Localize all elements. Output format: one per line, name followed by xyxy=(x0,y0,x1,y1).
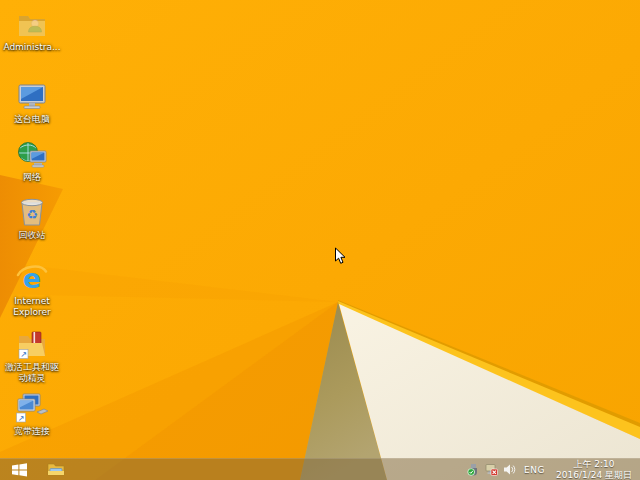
file-explorer-icon xyxy=(47,462,65,477)
desktop-icon-label: 回收站 xyxy=(19,230,46,241)
network-globe-icon xyxy=(16,136,48,170)
desktop-icon-label: 网络 xyxy=(23,172,41,183)
desktop-icon-label: 这台电脑 xyxy=(14,114,50,125)
user-folder-icon xyxy=(16,6,48,40)
safely-remove-hardware-icon[interactable] xyxy=(467,463,480,476)
recycle-bin-icon: ♻ xyxy=(18,194,46,228)
wallpaper-windows81-orange xyxy=(0,0,640,480)
desktop-icon-label: Administra... xyxy=(3,42,60,53)
desktop-icon-network[interactable]: 网络 xyxy=(0,136,64,183)
network-status-icon[interactable] xyxy=(485,463,498,476)
svg-text:↗: ↗ xyxy=(18,414,25,423)
internet-explorer-icon: e xyxy=(16,260,48,294)
desktop-icon-administrator[interactable]: Administra... xyxy=(0,6,64,53)
taskbar: ENG 上午 2:10 2016/1/24 星期日 xyxy=(0,458,640,480)
windows-logo-icon xyxy=(11,463,28,477)
start-button[interactable] xyxy=(0,459,38,480)
desktop-icon-activation-tools[interactable]: ↗ 激活工具和驱动精灵 xyxy=(0,326,64,384)
desktop-icon-label: 激活工具和驱动精灵 xyxy=(2,362,62,384)
taskbar-clock[interactable]: 上午 2:10 2016/1/24 星期日 xyxy=(554,459,634,480)
file-explorer-taskbar-button[interactable] xyxy=(38,459,74,480)
desktop-icon-this-pc[interactable]: 这台电脑 xyxy=(0,78,64,125)
desktop-icon-broadband-connection[interactable]: ↗ 宽带连接 xyxy=(0,390,64,437)
broadband-connection-icon: ↗ xyxy=(14,390,50,424)
computer-icon xyxy=(16,78,48,112)
clock-time: 上午 2:10 xyxy=(556,459,632,470)
desktop: Administra... 这台电脑 xyxy=(0,0,640,480)
desktop-icon-internet-explorer[interactable]: e Internet Explorer xyxy=(0,260,64,318)
svg-text:♻: ♻ xyxy=(26,207,38,222)
language-indicator[interactable]: ENG xyxy=(524,465,545,475)
folder-with-book-icon: ↗ xyxy=(16,326,48,360)
desktop-icon-recycle-bin[interactable]: ♻ 回收站 xyxy=(0,194,64,241)
volume-icon[interactable] xyxy=(503,463,516,476)
clock-date: 2016/1/24 星期日 xyxy=(556,470,632,480)
desktop-icon-label: 宽带连接 xyxy=(14,426,50,437)
desktop-icon-label: Internet Explorer xyxy=(2,296,62,318)
system-tray: ENG 上午 2:10 2016/1/24 星期日 xyxy=(467,459,640,480)
svg-text:↗: ↗ xyxy=(20,350,27,359)
